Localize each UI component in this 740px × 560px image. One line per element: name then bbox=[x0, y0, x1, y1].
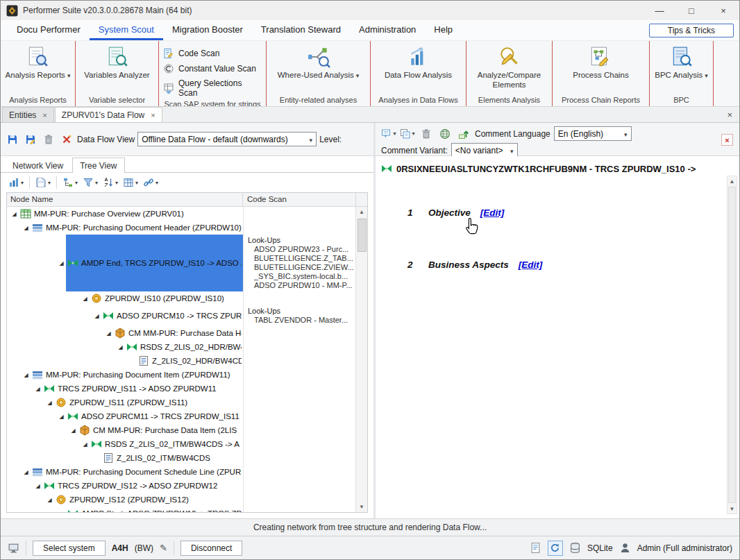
scroll-down-arrow[interactable]: ▼ bbox=[730, 504, 735, 514]
tab-network-view[interactable]: Network View bbox=[5, 158, 71, 173]
tree-row[interactable]: ◢TRCS ZPURDW_IS12 -> ADSO ZPURDW12 bbox=[7, 479, 355, 493]
tab-help[interactable]: Help bbox=[425, 20, 462, 40]
combo-caret-icon[interactable] bbox=[621, 129, 631, 139]
data-flow-view-combo[interactable]: Offline Data Flow - default (downwards) bbox=[137, 132, 317, 146]
bpc-analysis-button[interactable]: BPC Analysis bbox=[652, 43, 711, 80]
export-button[interactable] bbox=[33, 176, 53, 189]
constant-value-scan-button[interactable]: Constant Value Scan bbox=[159, 62, 260, 75]
comment-layout-button[interactable] bbox=[381, 127, 396, 141]
data-flow-analysis-button[interactable]: Data Flow Analysis bbox=[382, 43, 455, 80]
expander-icon[interactable]: ◢ bbox=[33, 483, 42, 489]
edit-system-icon[interactable]: ✎ bbox=[160, 543, 167, 553]
report-icon[interactable] bbox=[530, 542, 541, 554]
tree-row[interactable]: ◢MM-PUR: Purchase Overview (ZPURV01) bbox=[7, 207, 355, 221]
tree-row[interactable]: ◢RSDS Z_2LIS_02_ITM/BW4CDS -> A bbox=[7, 437, 355, 451]
save-button[interactable] bbox=[5, 133, 20, 146]
expander-icon[interactable]: ◢ bbox=[22, 469, 31, 475]
tree-row[interactable]: ◢MM-PUR: Purchasing Document Item (ZPURD… bbox=[7, 368, 355, 382]
tab-administration[interactable]: Administration bbox=[350, 20, 425, 40]
hierarchy-button[interactable] bbox=[60, 176, 80, 189]
expander-icon[interactable]: ◢ bbox=[33, 386, 42, 392]
close-comment-pane-button[interactable]: × bbox=[721, 134, 733, 146]
expander-icon[interactable]: ◢ bbox=[116, 344, 125, 350]
minimize-button[interactable]: — bbox=[644, 1, 675, 20]
doc-tab-zpurv01-data-flow[interactable]: ZPURV01's Data Flow × bbox=[55, 107, 162, 122]
sort-button[interactable] bbox=[101, 176, 120, 189]
edit-business-aspects-link[interactable]: [Edit] bbox=[519, 260, 543, 270]
edit-objective-link[interactable]: [Edit] bbox=[480, 207, 505, 218]
tree-row[interactable]: Z_2LIS_02_ITM/BW4CDS bbox=[7, 451, 355, 465]
save-as-button[interactable] bbox=[23, 133, 38, 146]
expander-icon[interactable]: ◢ bbox=[57, 414, 66, 420]
combo-caret-icon[interactable] bbox=[305, 135, 316, 144]
translate-globe-button[interactable] bbox=[437, 127, 453, 141]
tree-row[interactable]: ◢TRCS ZPURDW_IS11 -> ADSO ZPURDW11 bbox=[7, 382, 355, 396]
analysis-reports-button[interactable]: Analysis Reports bbox=[3, 43, 74, 80]
expander-icon[interactable]: ◢ bbox=[69, 427, 78, 434]
tree-row[interactable]: ◢AMDP End, TRCS ZPURDW_IS10 -> ADSO ZPUR… bbox=[7, 235, 355, 291]
where-used-analysis-button[interactable]: Where-Used Analysis bbox=[275, 43, 362, 80]
scroll-down-arrow[interactable]: ▼ bbox=[359, 502, 364, 512]
expander-icon[interactable]: ◢ bbox=[104, 330, 113, 337]
scroll-thumb[interactable] bbox=[728, 187, 736, 503]
tree-row[interactable]: ◢ZPURDW_IS10 (ZPURDW_IS10) bbox=[7, 291, 355, 305]
doc-tab-close-icon[interactable]: × bbox=[151, 111, 155, 119]
delete-button[interactable] bbox=[41, 133, 56, 146]
tab-system-scout[interactable]: System Scout bbox=[90, 20, 163, 40]
tree-row[interactable]: ◢CM MM-PUR: Purchase Data Header (2L bbox=[7, 326, 355, 340]
comment-language-combo[interactable]: En (English) bbox=[554, 126, 632, 141]
process-chains-button[interactable]: Process Chains bbox=[570, 43, 632, 80]
expander-icon[interactable]: ◢ bbox=[92, 313, 101, 319]
expander-icon[interactable]: ◢ bbox=[22, 372, 31, 378]
tree-row[interactable]: Z_2LIS_02_HDR/BW4CDS bbox=[7, 354, 355, 368]
tree-row[interactable]: ◢MM-PUR: Purchasing Document Header (ZPU… bbox=[7, 221, 355, 235]
columns-button[interactable] bbox=[121, 176, 140, 189]
expander-icon[interactable]: ◢ bbox=[81, 441, 90, 448]
expander-icon[interactable]: ◢ bbox=[57, 511, 66, 513]
tree-row[interactable]: ◢ADSO ZPURCM10 -> TRCS ZPURDW_IS10Look-U… bbox=[7, 305, 355, 326]
variables-analyzer-button[interactable]: Variables Analyzer bbox=[81, 43, 152, 80]
expander-icon[interactable]: ◢ bbox=[57, 260, 66, 266]
column-header-node-name[interactable]: Node Name bbox=[7, 193, 243, 206]
select-system-button[interactable]: Select system bbox=[33, 541, 106, 556]
disconnect-button[interactable]: Disconnect bbox=[180, 541, 242, 556]
tree-row[interactable]: ◢AMDP Start, ADSO ZPURDW12 -> TRCS ZP bbox=[7, 507, 355, 512]
tips-and-tricks-button[interactable]: Tips & Tricks bbox=[649, 24, 734, 37]
expander-icon[interactable]: ◢ bbox=[10, 211, 19, 217]
upload-comments-button[interactable] bbox=[456, 127, 471, 141]
tab-tree-view[interactable]: Tree View bbox=[72, 158, 124, 173]
expander-icon[interactable]: ◢ bbox=[81, 296, 90, 302]
maximize-button[interactable]: □ bbox=[675, 1, 707, 20]
expander-icon[interactable]: ◢ bbox=[45, 400, 54, 406]
comment-vertical-scrollbar[interactable]: ▲ ▼ bbox=[727, 176, 737, 514]
refresh-button[interactable] bbox=[548, 541, 563, 556]
combo-caret-icon[interactable] bbox=[507, 146, 517, 155]
chart-view-button[interactable] bbox=[6, 176, 26, 189]
doc-tab-entities[interactable]: Entities × bbox=[2, 107, 54, 122]
tab-migration-booster[interactable]: Migration Booster bbox=[163, 20, 252, 40]
expander-icon[interactable]: ◢ bbox=[45, 497, 54, 503]
remove-data-flow-button[interactable] bbox=[59, 133, 74, 146]
query-selections-scan-button[interactable]: Query Selections Scan bbox=[159, 78, 266, 99]
tree-row[interactable]: ◢ADSO ZPURCM11 -> TRCS ZPURDW_IS11 bbox=[7, 409, 355, 423]
tree-row[interactable]: ◢ZPURDW_IS11 (ZPURDW_IS11) bbox=[7, 396, 355, 409]
analyze-compare-elements-button[interactable]: Analyze/Compare Elements bbox=[466, 43, 552, 90]
tab-strip-close-button[interactable]: × bbox=[727, 110, 732, 120]
link-button[interactable] bbox=[141, 176, 160, 189]
column-header-code-scan[interactable]: Code Scan bbox=[243, 193, 355, 206]
tree-row[interactable]: ◢MM-PUR: Purchasing Document Schedule Li… bbox=[7, 465, 355, 479]
tree-row[interactable]: ◢CM MM-PUR: Purchase Data Item (2LIS bbox=[7, 423, 355, 437]
tab-translation-steward[interactable]: Translation Steward bbox=[252, 20, 350, 40]
filter-button[interactable] bbox=[81, 176, 100, 189]
delete-comment-button[interactable] bbox=[419, 127, 434, 141]
tree-row[interactable]: ◢RSDS Z_2LIS_02_HDR/BW4CDS -> A bbox=[7, 340, 355, 354]
scroll-up-arrow[interactable]: ▲ bbox=[730, 176, 735, 186]
tab-docu-performer[interactable]: Docu Performer bbox=[8, 20, 90, 40]
doc-tab-close-icon[interactable]: × bbox=[42, 111, 47, 119]
tree-vertical-scrollbar[interactable]: ▲ ▼ bbox=[355, 207, 367, 512]
scroll-thumb[interactable] bbox=[358, 219, 367, 252]
tree-row[interactable]: ◢ZPURDW_IS12 (ZPURDW_IS12) bbox=[7, 493, 355, 507]
comment-variant-combo[interactable]: <No variant> bbox=[451, 143, 518, 158]
scroll-up-arrow[interactable]: ▲ bbox=[359, 207, 364, 217]
comment-copy-button[interactable] bbox=[400, 127, 415, 141]
